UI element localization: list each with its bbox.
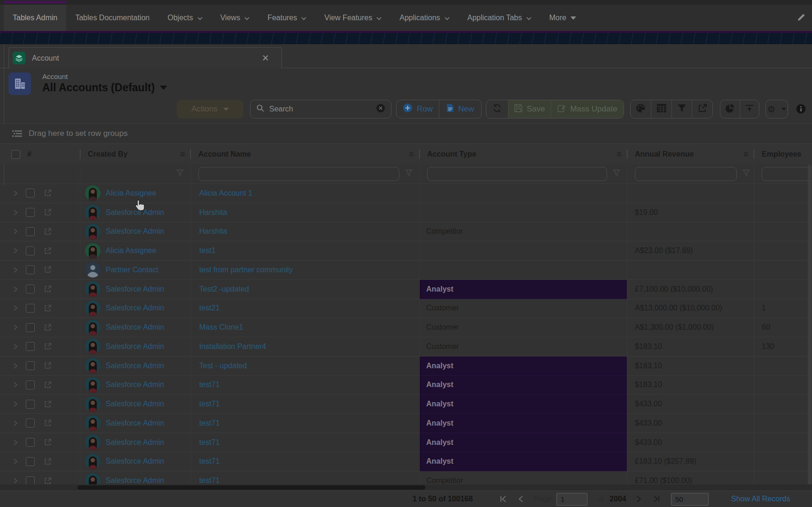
created-by-link[interactable]: Salesforce Admin	[106, 457, 164, 466]
open-record-icon[interactable]	[44, 285, 52, 293]
expand-row-icon[interactable]	[12, 324, 19, 331]
open-record-icon[interactable]	[44, 189, 52, 197]
expand-row-icon[interactable]	[12, 420, 19, 427]
created-by-link[interactable]: Salesforce Admin	[106, 362, 164, 370]
created-by-link[interactable]: Salesforce Admin	[106, 285, 164, 293]
nav-item-applications[interactable]: Applications	[390, 5, 458, 31]
account-name-link[interactable]: test1	[199, 246, 216, 255]
filter-input[interactable]	[427, 167, 607, 181]
expand-row-icon[interactable]	[12, 439, 19, 446]
row-groups-drop-zone[interactable]: Drag here to set row groups	[0, 123, 812, 144]
row-checkbox[interactable]	[26, 227, 35, 236]
open-record-icon[interactable]	[44, 208, 52, 216]
nav-item-objects[interactable]: Objects	[158, 5, 211, 31]
expand-row-icon[interactable]	[12, 381, 19, 388]
chart-button[interactable]	[720, 100, 740, 119]
expand-row-icon[interactable]	[12, 190, 19, 197]
nav-item-views[interactable]: Views	[211, 5, 258, 31]
open-record-icon[interactable]	[44, 400, 52, 408]
open-record-icon[interactable]	[44, 438, 52, 446]
created-by-link[interactable]: Salesforce Admin	[106, 400, 164, 408]
vertical-scrollbar[interactable]	[808, 165, 812, 484]
column-menu-icon[interactable]: ≡	[617, 149, 622, 159]
expand-row-icon[interactable]	[12, 247, 19, 254]
nav-item-features[interactable]: Features	[258, 5, 315, 31]
row-checkbox[interactable]	[26, 246, 35, 255]
row-checkbox[interactable]	[26, 208, 35, 217]
nav-item-tables-admin[interactable]: Tables Admin	[4, 5, 66, 31]
table-columns-button[interactable]	[651, 100, 671, 119]
nav-item-application-tabs[interactable]: Application Tabs	[459, 5, 540, 31]
created-by-link[interactable]: Salesforce Admin	[106, 380, 164, 389]
theme-palette-button[interactable]	[631, 100, 651, 119]
created-by-link[interactable]: Salesforce Admin	[106, 227, 164, 236]
open-record-icon[interactable]	[44, 362, 52, 370]
expand-row-icon[interactable]	[12, 228, 19, 235]
horizontal-scrollbar-thumb[interactable]	[78, 485, 425, 490]
column-header-account-type[interactable]: Account Type≡	[420, 144, 627, 165]
column-header--[interactable]: #	[0, 144, 80, 165]
account-name-link[interactable]: test21	[199, 304, 220, 312]
save-button[interactable]: Save	[508, 100, 551, 119]
created-by-link[interactable]: Partner Contact	[106, 266, 158, 274]
row-checkbox[interactable]	[26, 323, 35, 332]
created-by-link[interactable]: Salesforce Admin	[106, 208, 164, 217]
column-menu-icon[interactable]: ≡	[180, 149, 185, 159]
column-header-created-by[interactable]: Created By≡	[80, 144, 191, 165]
tab-account[interactable]: Account ✕	[8, 47, 282, 69]
open-record-icon[interactable]	[44, 228, 52, 236]
row-checkbox[interactable]	[26, 189, 35, 198]
account-name-link[interactable]: test71	[199, 438, 220, 447]
expand-row-icon[interactable]	[12, 477, 19, 484]
nav-item-more[interactable]: More	[540, 5, 585, 31]
row-checkbox[interactable]	[26, 285, 35, 293]
open-in-new-button[interactable]	[692, 100, 712, 119]
account-name-link[interactable]: Harshita	[199, 227, 227, 236]
created-by-link[interactable]: Alicia Assignee	[106, 189, 156, 198]
row-checkbox[interactable]	[26, 304, 35, 313]
created-by-link[interactable]: Salesforce Admin	[106, 419, 164, 428]
column-menu-icon[interactable]: ≡	[743, 149, 749, 159]
open-record-icon[interactable]	[44, 304, 52, 312]
expand-row-icon[interactable]	[12, 209, 19, 216]
expand-row-icon[interactable]	[12, 305, 19, 311]
open-record-icon[interactable]	[44, 324, 52, 332]
filter-input[interactable]	[762, 167, 812, 181]
page-number-input[interactable]	[556, 493, 587, 506]
nav-item-view-features[interactable]: View Features	[315, 5, 390, 31]
row-checkbox[interactable]	[26, 380, 35, 389]
row-checkbox[interactable]	[26, 342, 35, 351]
mass-update-button[interactable]: Mass Update	[551, 100, 624, 119]
filter-funnel-icon[interactable]	[613, 169, 620, 179]
created-by-link[interactable]: Alicia Assignee	[106, 246, 156, 255]
filter-input[interactable]	[635, 167, 737, 181]
account-name-link[interactable]: Mass Clone1	[199, 323, 243, 332]
row-checkbox[interactable]	[26, 419, 35, 428]
created-by-link[interactable]: Salesforce Admin	[106, 476, 164, 484]
collapse-rows-button[interactable]	[740, 100, 759, 119]
account-name-link[interactable]: Test - updated	[199, 362, 247, 370]
settings-button[interactable]: ⚙	[765, 100, 788, 119]
created-by-link[interactable]: Salesforce Admin	[106, 304, 164, 312]
account-name-link[interactable]: test71	[199, 419, 220, 428]
expand-row-icon[interactable]	[12, 267, 19, 273]
filter-funnel-icon[interactable]	[176, 169, 184, 179]
page-size-input[interactable]	[671, 493, 709, 506]
account-name-link[interactable]: test71	[199, 400, 220, 408]
expand-row-icon[interactable]	[12, 286, 19, 293]
account-name-link[interactable]: test71	[199, 380, 220, 389]
search-input[interactable]	[269, 105, 371, 113]
info-button[interactable]	[796, 104, 806, 116]
open-record-icon[interactable]	[44, 477, 52, 484]
account-name-link[interactable]: test71	[199, 476, 220, 484]
expand-row-icon[interactable]	[12, 343, 19, 350]
expand-row-icon[interactable]	[12, 458, 19, 465]
column-header-annual-revenue[interactable]: Annual Revenue≡	[627, 144, 754, 165]
close-icon[interactable]: ✕	[262, 53, 269, 63]
column-header-employees[interactable]: Employees	[754, 144, 812, 165]
created-by-link[interactable]: Salesforce Admin	[106, 342, 164, 351]
account-name-link[interactable]: Harshita	[199, 208, 227, 217]
filter-button[interactable]	[671, 100, 692, 119]
row-checkbox[interactable]	[26, 265, 35, 274]
open-record-icon[interactable]	[44, 342, 52, 350]
